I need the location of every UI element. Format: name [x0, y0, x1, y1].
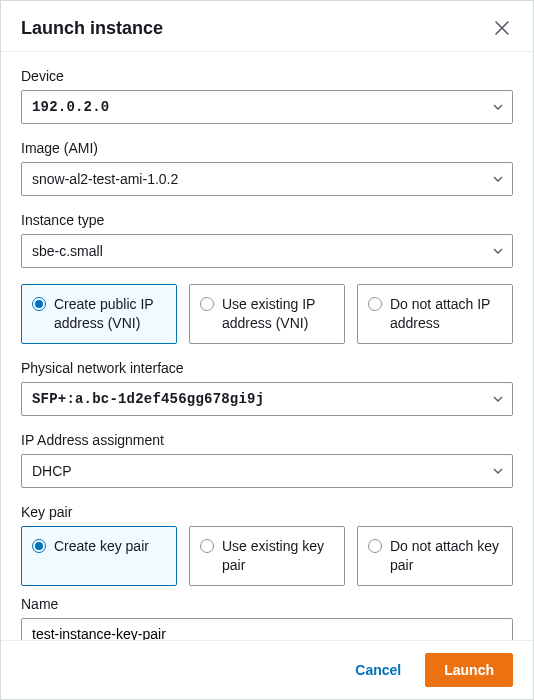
instance-type-field: Instance type sbe-c.small	[21, 212, 513, 268]
device-select[interactable]: 192.0.2.0	[21, 90, 513, 124]
device-value: 192.0.2.0	[32, 99, 109, 115]
close-button[interactable]	[491, 17, 513, 39]
radio-icon	[32, 297, 46, 311]
device-label: Device	[21, 68, 513, 84]
ip-option-none-label: Do not attach IP address	[390, 295, 502, 333]
ip-option-existing[interactable]: Use existing IP address (VNI)	[189, 284, 345, 344]
ip-assignment-select[interactable]: DHCP	[21, 454, 513, 488]
name-field: Name The name can include up to 255 ASCI…	[21, 596, 513, 640]
launch-button[interactable]: Launch	[425, 653, 513, 687]
keypair-field: Key pair Create key pair Use existing ke…	[21, 504, 513, 586]
pni-value: SFP+:a.bc-1d2ef456gg678gi9j	[32, 391, 264, 407]
ip-address-radio-group: Create public IP address (VNI) Use exist…	[21, 284, 513, 344]
modal-body: Device 192.0.2.0 Image (AMI) snow-al2-te…	[1, 52, 533, 640]
modal-title: Launch instance	[21, 18, 163, 39]
pni-field: Physical network interface SFP+:a.bc-1d2…	[21, 360, 513, 416]
ip-assignment-label: IP Address assignment	[21, 432, 513, 448]
ip-option-none[interactable]: Do not attach IP address	[357, 284, 513, 344]
instance-type-value: sbe-c.small	[32, 243, 103, 259]
radio-icon	[368, 297, 382, 311]
instance-type-select[interactable]: sbe-c.small	[21, 234, 513, 268]
cancel-button[interactable]: Cancel	[339, 654, 417, 686]
radio-icon	[200, 297, 214, 311]
modal-header: Launch instance	[1, 1, 533, 52]
ip-option-create[interactable]: Create public IP address (VNI)	[21, 284, 177, 344]
ip-option-existing-label: Use existing IP address (VNI)	[222, 295, 334, 333]
ip-option-create-label: Create public IP address (VNI)	[54, 295, 166, 333]
launch-instance-modal: Launch instance Device 192.0.2.0 Image (…	[0, 0, 534, 700]
image-field: Image (AMI) snow-al2-test-ami-1.0.2	[21, 140, 513, 196]
keypair-option-none-label: Do not attach key pair	[390, 537, 502, 575]
keypair-option-create[interactable]: Create key pair	[21, 526, 177, 586]
keypair-option-existing[interactable]: Use existing key pair	[189, 526, 345, 586]
ip-assignment-value: DHCP	[32, 463, 72, 479]
keypair-option-create-label: Create key pair	[54, 537, 149, 556]
radio-icon	[200, 539, 214, 553]
close-icon	[495, 21, 509, 35]
name-input[interactable]	[21, 618, 513, 640]
pni-label: Physical network interface	[21, 360, 513, 376]
image-value: snow-al2-test-ami-1.0.2	[32, 171, 178, 187]
radio-icon	[32, 539, 46, 553]
keypair-option-none[interactable]: Do not attach key pair	[357, 526, 513, 586]
device-field: Device 192.0.2.0	[21, 68, 513, 124]
modal-footer: Cancel Launch	[1, 640, 533, 699]
radio-icon	[368, 539, 382, 553]
image-select[interactable]: snow-al2-test-ami-1.0.2	[21, 162, 513, 196]
instance-type-label: Instance type	[21, 212, 513, 228]
keypair-option-existing-label: Use existing key pair	[222, 537, 334, 575]
ip-assignment-field: IP Address assignment DHCP	[21, 432, 513, 488]
pni-select[interactable]: SFP+:a.bc-1d2ef456gg678gi9j	[21, 382, 513, 416]
name-label: Name	[21, 596, 513, 612]
keypair-label: Key pair	[21, 504, 513, 520]
image-label: Image (AMI)	[21, 140, 513, 156]
